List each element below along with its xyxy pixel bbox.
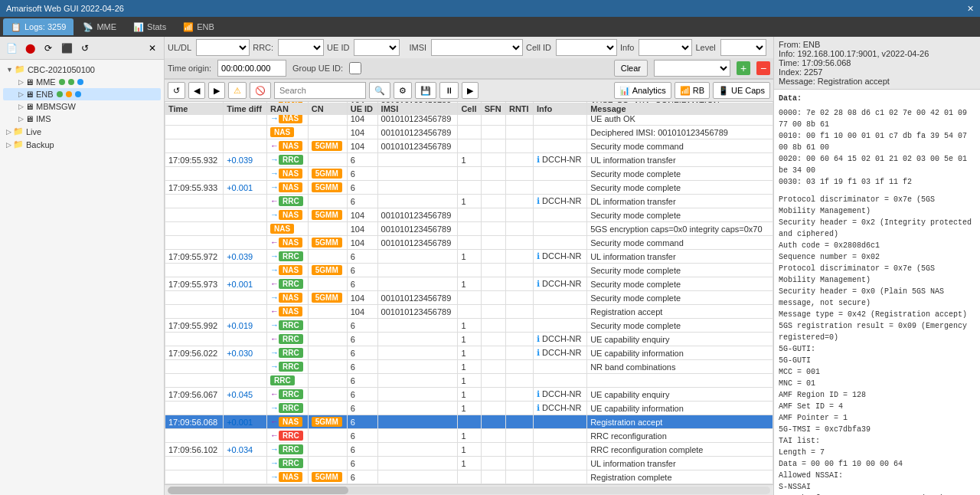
tab-enb[interactable]: 📶 ENB — [175, 18, 222, 35]
cell-sfn — [481, 139, 505, 153]
clear-button[interactable]: Clear — [614, 60, 648, 77]
new-btn[interactable]: 📄 — [3, 40, 20, 57]
table-row[interactable]: NAS1040010101234567895GS encryption caps… — [165, 222, 773, 236]
table-row[interactable]: →NAS5GMM6Security mode complete — [165, 264, 773, 277]
analytics-button[interactable]: 📊 Analytics — [614, 82, 671, 99]
info-select[interactable] — [639, 39, 692, 56]
tab-logs[interactable]: 📋 Logs: 3259 — [3, 18, 74, 35]
cell-cell — [458, 470, 481, 484]
time-origin-input[interactable] — [217, 60, 286, 77]
warning-button[interactable]: ⚠ — [228, 82, 247, 99]
tree-item-mme[interactable]: ▷ 🖥 MME — [3, 76, 161, 88]
tree-item-backup[interactable]: ▷ 📁 Backup — [3, 138, 161, 151]
folder-icon-cbc: 📁 — [15, 64, 25, 74]
table-row[interactable]: ←RRC61ℹ DCCH-NRUE capability enquiry — [165, 333, 773, 346]
cell-timediff — [224, 139, 267, 153]
table-row[interactable]: 17:09:55.932+0.039→RRC61ℹ DCCH-NRUL info… — [165, 153, 773, 167]
cell-cell — [458, 291, 481, 305]
table-row[interactable]: 17:09:55.992+0.019→RRC61Security mode co… — [165, 319, 773, 333]
table-row[interactable]: ←NAS5GMM104001010123456789Security mode … — [165, 236, 773, 250]
tree-item-cbc[interactable]: ▼ 📁 CBC-2021050100 — [3, 63, 161, 76]
tab-mme[interactable]: 📡 MME — [75, 18, 124, 35]
table-row[interactable]: 17:09:55.972+0.039→RRC61ℹ DCCH-NRUL info… — [165, 250, 773, 264]
table-row[interactable]: 17:09:55.933+0.001→NAS5GMM6Security mode… — [165, 181, 773, 195]
arrow-icon: → — [270, 182, 279, 192]
next-button[interactable]: ▶ — [208, 82, 225, 99]
table-row[interactable]: ←RRC61ℹ DCCH-NRDL information transfer — [165, 195, 773, 208]
pause-button[interactable]: ⏸ — [439, 82, 459, 99]
table-row[interactable]: 17:09:56.102+0.034→RRC61RRC reconfigurat… — [165, 443, 773, 457]
table-row[interactable]: →NAS5GMM6Registration complete — [165, 470, 773, 484]
search-input[interactable] — [274, 82, 366, 99]
cell-cell: 1 — [458, 374, 481, 388]
table-row[interactable]: →RRC61NR band combinations — [165, 360, 773, 374]
close-sidebar-btn[interactable]: ✕ — [144, 40, 161, 57]
col-rnti: RNTI — [505, 102, 533, 115]
tree-item-live[interactable]: ▷ 📁 Live — [3, 125, 161, 138]
cell-cn — [308, 153, 347, 167]
table-row[interactable]: 17:09:56.068+0.001←NAS5GMM6Registration … — [165, 415, 773, 429]
col-timediff: Time diff — [224, 102, 267, 115]
add-filter-button[interactable]: + — [737, 61, 750, 75]
save-btn[interactable]: ⟳ — [40, 40, 57, 57]
level-select[interactable] — [720, 39, 766, 56]
table-row[interactable]: NAS104001010123456789Deciphered IMSI: 00… — [165, 126, 773, 139]
layer-select[interactable] — [278, 39, 324, 56]
cell-sfn — [481, 222, 505, 236]
node-icon-mbmsgw: 🖥 — [25, 102, 34, 111]
tab-stats[interactable]: 📊 Stats — [126, 18, 174, 35]
table-row[interactable]: →RRC61UL information transfer — [165, 457, 773, 470]
info-icon: ℹ — [537, 389, 542, 398]
tree-item-ims[interactable]: ▷ 🖥 IMS — [3, 113, 161, 125]
detail-line: 5G-GUTI: — [779, 343, 975, 355]
filter-mode-select[interactable] — [654, 60, 730, 77]
table-row[interactable]: ←NAS5GMM104001010123456789Security mode … — [165, 139, 773, 153]
play-button[interactable]: ▶ — [462, 82, 479, 99]
uecaps-button[interactable]: 📱 UE Caps — [713, 82, 770, 99]
ran-badge: NAS — [279, 293, 302, 303]
tree-item-enb[interactable]: ▷ 🖥 ENB — [3, 88, 161, 100]
arrow-icon: → — [270, 210, 279, 219]
error-button[interactable]: 🚫 — [250, 82, 271, 99]
cell-cell: 1 — [458, 250, 481, 264]
cell-cn: 5GMM — [308, 181, 347, 195]
table-row[interactable]: →NAS5GMM104001010123456789Security mode … — [165, 208, 773, 222]
close-icon[interactable]: ✕ — [967, 4, 974, 14]
table-row[interactable]: ←NAS104001010123456789Registration accep… — [165, 305, 773, 319]
refresh-log-button[interactable]: ↺ — [168, 82, 185, 99]
filter-icon-button[interactable]: ⚙ — [394, 82, 412, 99]
log-table-container[interactable]: Time Time diff RAN CN UE ID IMSI Cell SF… — [165, 102, 773, 484]
cell-imsi: 001010123456789 — [377, 139, 458, 153]
ueid-select[interactable] — [354, 39, 400, 56]
remove-filter-button[interactable]: − — [756, 61, 770, 75]
export-button[interactable]: 💾 — [415, 82, 436, 99]
rb-button[interactable]: 📶 RB — [675, 82, 710, 99]
detail-line: 5G-TMSI = 0xc7dbfa39 — [779, 424, 975, 435]
prev-button[interactable]: ◀ — [188, 82, 205, 99]
stop-btn[interactable]: ⬛ — [58, 40, 75, 57]
tree-item-mbmsgw[interactable]: ▷ 🖥 MBMSGW — [3, 100, 161, 113]
table-row[interactable]: →NAS5GMM104001010123456789Security mode … — [165, 291, 773, 305]
cell-timediff — [224, 126, 267, 139]
table-row[interactable]: 17:09:56.067+0.045←RRC61ℹ DCCH-NRUE capa… — [165, 388, 773, 402]
group-ueid-checkbox[interactable] — [349, 60, 361, 77]
ran-badge: RRC — [279, 251, 303, 261]
uldl-select[interactable] — [196, 39, 250, 56]
cell-ran: →NAS — [267, 208, 309, 222]
bottom-scrollbar[interactable] — [165, 484, 773, 495]
imsi-select[interactable] — [431, 39, 523, 56]
cell-ueid: 6 — [347, 333, 377, 346]
refresh-btn[interactable]: ↺ — [77, 40, 93, 57]
table-row[interactable]: →NAS5GMM6Security mode complete — [165, 167, 773, 181]
table-row[interactable]: 17:09:56.022+0.030→RRC61ℹ DCCH-NRUE capa… — [165, 346, 773, 360]
cell-info — [534, 167, 587, 181]
cell-rnti — [505, 167, 533, 181]
table-row[interactable]: →RRC61ℹ DCCH-NRUE capability information — [165, 402, 773, 415]
cell-rnti — [505, 333, 533, 346]
table-row[interactable]: 17:09:55.973+0.001←RRC61ℹ DCCH-NRSecurit… — [165, 277, 773, 291]
table-row[interactable]: RRC61 — [165, 374, 773, 388]
open-btn[interactable]: ⬤ — [21, 40, 38, 57]
cellid-select[interactable] — [556, 39, 617, 56]
search-icon-button[interactable]: 🔍 — [369, 82, 390, 99]
table-row[interactable]: ←RRC61RRC reconfiguration — [165, 429, 773, 443]
